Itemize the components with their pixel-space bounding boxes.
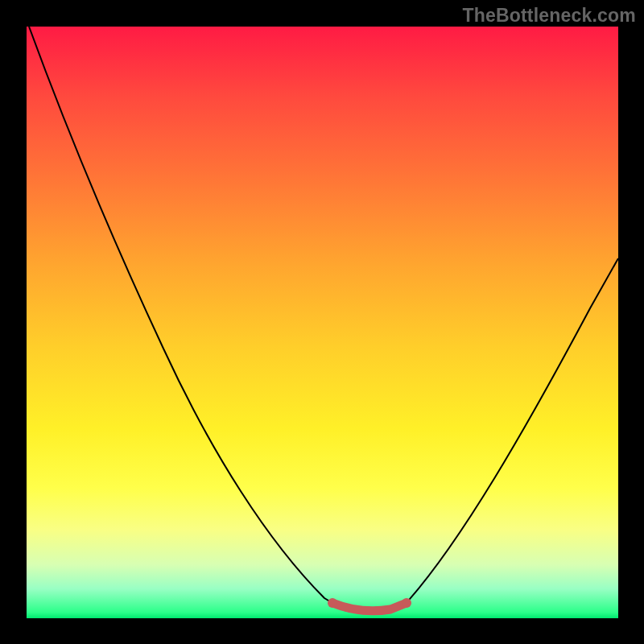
curve-right-branch: [405, 258, 618, 605]
optimal-region-end-dot: [402, 598, 411, 608]
optimal-region-marker: [332, 603, 407, 611]
chart-plot-area: [27, 27, 618, 618]
optimal-region-start-dot: [328, 598, 337, 608]
curve-left-branch: [29, 27, 345, 610]
watermark-label: TheBottleneck.com: [462, 5, 636, 27]
bottleneck-curve: [27, 27, 618, 618]
